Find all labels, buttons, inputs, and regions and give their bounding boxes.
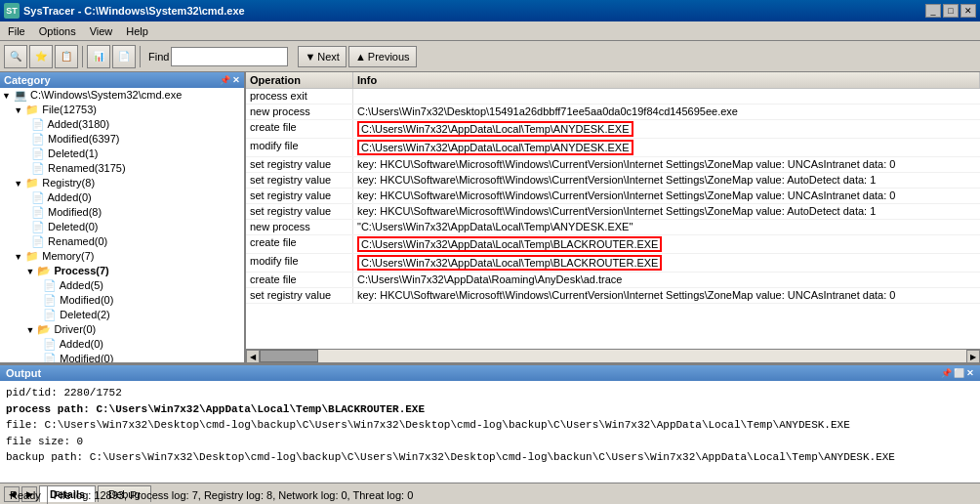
maximize-button[interactable]: □: [943, 4, 959, 18]
output-float-icon[interactable]: ⬜: [954, 368, 964, 378]
output-pin-icon[interactable]: 📌: [941, 368, 952, 378]
info-cell: "C:\Users\Win7x32\AppData\Local\Temp\ANY…: [353, 220, 980, 234]
info-cell: C:\Users\Win7x32\AppData\Roaming\AnyDesk…: [353, 273, 980, 287]
scroll-thumb[interactable]: [260, 350, 318, 362]
previous-button[interactable]: ▲ Previous: [348, 46, 417, 67]
tree-node[interactable]: 📄 Added(0): [0, 337, 244, 352]
menu-file[interactable]: File: [2, 23, 31, 39]
tree-node[interactable]: 📄 Added(0): [0, 190, 244, 205]
menu-options[interactable]: Options: [33, 23, 82, 39]
info-cell: C:\Users\Win7x32\AppData\Local\Temp\ANYD…: [353, 120, 980, 138]
output-line: file size: 0: [6, 434, 974, 450]
find-input[interactable]: [171, 47, 288, 66]
operations-list[interactable]: process exitnew processC:\Users\Win7x32\…: [246, 89, 980, 349]
operation-cell: set registry value: [246, 173, 353, 188]
operation-cell: new process: [246, 220, 353, 234]
menu-view[interactable]: View: [84, 23, 119, 39]
app-icon: ST: [4, 3, 20, 19]
highlighted-path: C:\Users\Win7x32\AppData\Local\Temp\BLAC…: [357, 236, 662, 252]
output-panel-header: Output 📌 ⬜ ✕: [0, 365, 980, 381]
tree-node[interactable]: 📄 Deleted(1): [0, 147, 244, 161]
right-panel: Operation Info process exitnew processC:…: [246, 72, 980, 362]
upper-area: Category 📌 ✕ ▼ 💻 C:\Windows\System32\cmd…: [0, 72, 980, 365]
scroll-right-btn[interactable]: ▶: [966, 350, 980, 363]
table-row[interactable]: create fileC:\Users\Win7x32\AppData\Loca…: [246, 235, 980, 254]
table-row[interactable]: set registry valuekey: HKCU\Software\Mic…: [246, 157, 980, 173]
close-button[interactable]: ✕: [960, 4, 976, 18]
table-row[interactable]: set registry valuekey: HKCU\Software\Mic…: [246, 189, 980, 204]
highlighted-path: C:\Users\Win7x32\AppData\Local\Temp\ANYD…: [357, 140, 633, 155]
next-button[interactable]: ▼ Next: [298, 46, 347, 67]
titlebar: ST SysTracer - C:\Windows\System32\cmd.e…: [0, 0, 980, 21]
tree-node[interactable]: ▼ 💻 C:\Windows\System32\cmd.exe: [0, 88, 244, 103]
toolbar-separator-1: [82, 46, 83, 67]
next-label: Next: [317, 51, 340, 63]
table-row[interactable]: create fileC:\Users\Win7x32\AppData\Loca…: [246, 120, 980, 139]
status-ready: Ready: [4, 486, 48, 504]
scroll-track[interactable]: [260, 350, 966, 362]
table-row[interactable]: modify fileC:\Users\Win7x32\AppData\Loca…: [246, 139, 980, 157]
menu-help[interactable]: Help: [120, 23, 154, 39]
tree-node[interactable]: ▼ 📁 Registry(8): [0, 176, 244, 190]
toolbar-btn-2[interactable]: ⭐: [29, 45, 53, 68]
info-cell: [353, 89, 980, 104]
category-tree[interactable]: ▼ 💻 C:\Windows\System32\cmd.exe ▼ 📁 File…: [0, 88, 244, 362]
category-panel-header: Category 📌 ✕: [0, 72, 244, 88]
minimize-button[interactable]: _: [925, 4, 941, 18]
find-label: Find: [148, 51, 169, 63]
tree-node[interactable]: 📄 Modified(0): [0, 293, 244, 308]
output-line: pid/tid: 2280/1752: [6, 385, 974, 401]
col-header-operation: Operation: [246, 72, 353, 88]
output-close-icon[interactable]: ✕: [966, 368, 974, 378]
toolbar: 🔍 ⭐ 📋 📊 📄 Find ▼ Next ▲ Previous: [0, 41, 980, 72]
highlighted-path: C:\Users\Win7x32\AppData\Local\Temp\ANYD…: [357, 121, 633, 137]
operation-cell: set registry value: [246, 204, 353, 219]
table-row[interactable]: new process"C:\Users\Win7x32\AppData\Loc…: [246, 220, 980, 235]
tree-node[interactable]: 📄 Added(3180): [0, 117, 244, 132]
scroll-left-btn[interactable]: ◀: [246, 350, 260, 363]
output-line: backup path: C:\Users\Win7x32\Desktop\cm…: [6, 449, 974, 466]
table-row[interactable]: create fileC:\Users\Win7x32\AppData\Roam…: [246, 273, 980, 288]
tree-node[interactable]: ▼ 📁 Memory(7): [0, 249, 244, 264]
table-row[interactable]: set registry valuekey: HKCU\Software\Mic…: [246, 204, 980, 220]
tree-node[interactable]: 📄 Deleted(2): [0, 308, 244, 322]
operation-cell: set registry value: [246, 189, 353, 203]
table-row[interactable]: set registry valuekey: HKCU\Software\Mic…: [246, 173, 980, 189]
toolbar-btn-1[interactable]: 🔍: [4, 45, 27, 68]
tree-node[interactable]: 📄 Renamed(0): [0, 234, 244, 249]
panel-close-icon[interactable]: ✕: [232, 75, 240, 85]
output-content: pid/tid: 2280/1752process path: C:\Users…: [0, 381, 980, 483]
panel-pin-icon[interactable]: 📌: [220, 75, 230, 85]
highlighted-path: C:\Users\Win7x32\AppData\Local\Temp\BLAC…: [357, 255, 662, 271]
toolbar-btn-5[interactable]: 📄: [112, 45, 136, 68]
operation-cell: set registry value: [246, 157, 353, 172]
previous-label: Previous: [368, 51, 410, 63]
tree-node[interactable]: 📄 Modified(0): [0, 352, 244, 362]
tree-node[interactable]: ▼ 📂 Driver(0): [0, 322, 244, 337]
tree-node[interactable]: ▼ 📁 File(12753): [0, 103, 244, 117]
col-header-info: Info: [353, 72, 980, 88]
tree-node[interactable]: 📄 Renamed(3175): [0, 161, 244, 176]
main-area: Category 📌 ✕ ▼ 💻 C:\Windows\System32\cmd…: [0, 72, 980, 484]
left-panel: Category 📌 ✕ ▼ 💻 C:\Windows\System32\cmd…: [0, 72, 246, 362]
toolbar-btn-4[interactable]: 📊: [87, 45, 110, 68]
info-cell: key: HKCU\Software\Microsoft\Windows\Cur…: [353, 204, 980, 219]
status-log-info: File log: 12893, Process log: 7, Registr…: [48, 486, 419, 504]
operation-cell: create file: [246, 235, 353, 253]
tree-node[interactable]: 📄 Added(5): [0, 278, 244, 293]
operation-cell: new process: [246, 105, 353, 119]
toolbar-btn-3[interactable]: 📋: [55, 45, 78, 68]
info-cell: C:\Users\Win7x32\Desktop\15491a26dbbff71…: [353, 105, 980, 119]
table-row[interactable]: process exit: [246, 89, 980, 105]
table-row[interactable]: new processC:\Users\Win7x32\Desktop\1549…: [246, 105, 980, 120]
table-row[interactable]: modify fileC:\Users\Win7x32\AppData\Loca…: [246, 254, 980, 273]
tree-node[interactable]: 📄 Modified(6397): [0, 132, 244, 147]
tree-node[interactable]: 📄 Deleted(0): [0, 220, 244, 234]
tree-node[interactable]: ▼ 📂 Process(7): [0, 264, 244, 278]
operation-cell: create file: [246, 120, 353, 138]
table-row[interactable]: set registry valuekey: HKCU\Software\Mic…: [246, 288, 980, 304]
panel-header-buttons: 📌 ✕: [220, 75, 240, 85]
horizontal-scrollbar[interactable]: ◀ ▶: [246, 349, 980, 362]
window-title: SysTracer - C:\Windows\System32\cmd.exe: [23, 5, 245, 17]
tree-node[interactable]: 📄 Modified(8): [0, 205, 244, 220]
